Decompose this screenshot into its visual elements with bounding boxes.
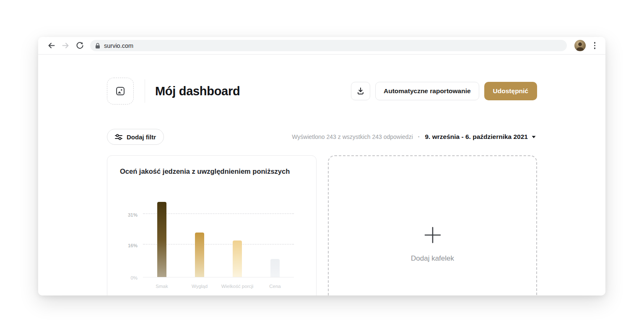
user-avatar[interactable] [574,40,586,51]
x-axis-label: Cena [250,284,300,289]
bars-container: SmakWyglądWielkość porcjiCena [143,198,294,277]
responses-summary: Wyświetlono 243 z wszystkich 243 odpowie… [292,133,536,141]
add-filter-button[interactable]: Dodaj filtr [107,129,164,145]
bar-wielkość-porcji[interactable] [233,241,242,277]
add-filter-label: Dodaj filtr [127,133,156,141]
add-tile-label: Dodaj kafelek [411,254,454,263]
page-title: Mój dashboard [155,84,240,98]
forward-icon[interactable] [58,39,73,52]
header-actions: Automatyczne raportowanie Udostępnić [351,82,537,100]
page-background: survio.com M [0,0,644,332]
bar-column: Smak [143,198,181,277]
auto-report-button[interactable]: Automatyczne raportowanie [375,82,479,100]
download-icon [357,87,364,95]
tiles-grid: Oceń jakość jedzenia z uwzględnieniem po… [107,155,537,295]
bar-wygląd[interactable] [195,233,204,277]
filter-sliders-icon [115,134,122,140]
bar-column: Wygląd [181,198,218,277]
image-icon [116,86,125,96]
dashboard-thumbnail-placeholder[interactable] [107,78,134,105]
bar-smak[interactable] [157,202,166,277]
dashboard-header: Mój dashboard Automatyczne raportowanie … [107,78,537,105]
browser-toolbar: survio.com [38,37,605,55]
bar-chart: 0%16%31%SmakWyglądWielkość porcjiCena [143,198,294,277]
bar-cena[interactable] [270,259,280,277]
y-axis-tick: 16% [117,243,138,248]
separator-dot: · [418,133,420,140]
share-button[interactable]: Udostępnić [484,82,537,100]
add-tile-button[interactable]: Dodaj kafelek [328,155,537,295]
header-divider [145,79,145,103]
back-icon[interactable] [44,39,58,52]
browser-window: survio.com M [38,37,605,295]
chart-title: Oceń jakość jedzenia z uwzględnieniem po… [120,167,290,175]
caret-down-icon [532,136,536,139]
date-range-label: 9. września - 6. października 2021 [425,133,528,141]
reload-icon[interactable] [73,39,87,52]
dashboard-page: Mój dashboard Automatyczne raportowanie … [38,55,605,295]
bar-column: Wielkość porcji [218,198,256,277]
plus-icon [423,225,442,245]
download-button[interactable] [351,82,370,100]
padlock-icon [95,43,100,49]
url-text: survio.com [104,42,133,49]
responses-info: Wyświetlono 243 z wszystkich 243 odpowie… [292,133,413,140]
y-axis-tick: 0% [117,275,138,280]
bar-column: Cena [256,198,294,277]
chart-tile[interactable]: Oceń jakość jedzenia z uwzględnieniem po… [107,155,317,295]
address-bar[interactable]: survio.com [90,40,567,51]
filter-bar: Dodaj filtr Wyświetlono 243 z wszystkich… [107,129,536,145]
y-axis-tick: 31% [117,212,138,217]
date-range-selector[interactable]: 9. września - 6. października 2021 [425,133,536,141]
kebab-menu-icon[interactable] [590,39,600,52]
